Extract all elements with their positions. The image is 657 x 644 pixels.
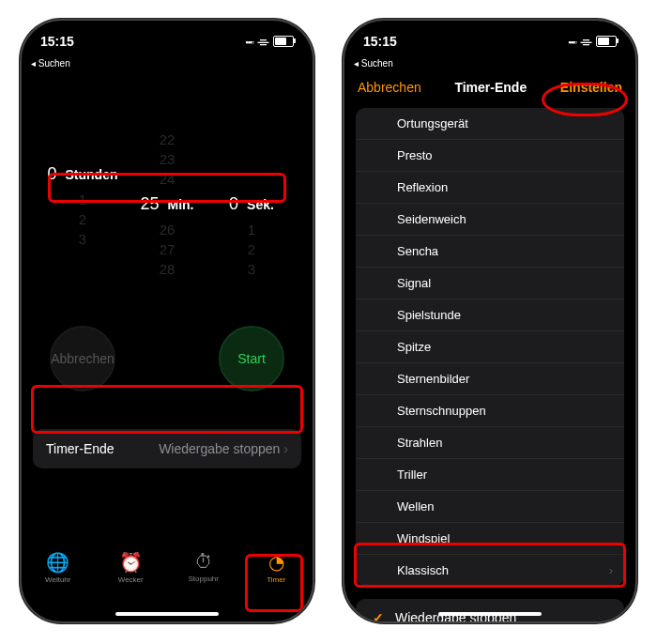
battery-icon — [596, 36, 617, 47]
timer-end-value: Wiedergabe stoppen› — [159, 441, 288, 456]
modal-title: Timer-Ende — [454, 80, 527, 95]
sound-row[interactable]: Triller — [356, 459, 624, 491]
breadcrumb[interactable]: Suchen — [22, 58, 313, 72]
hours-column[interactable]: 0 Stunden 123 — [40, 159, 125, 249]
tab-world-clock[interactable]: 🌐 Weltuhr — [30, 551, 86, 584]
wifi-icon — [580, 35, 592, 49]
tab-stopwatch[interactable]: ⏱ Stoppuhr — [176, 551, 232, 583]
sound-row[interactable]: Sternenbilder — [356, 363, 624, 395]
tab-timer[interactable]: ◔ Timer — [248, 551, 304, 584]
start-button[interactable]: Start — [219, 326, 284, 391]
sound-row[interactable]: Reflexion — [356, 172, 624, 204]
notch — [434, 21, 546, 45]
duration-picker[interactable]: 0 Stunden 123 22 23 24 25 Min. 26 27 28 … — [22, 119, 313, 288]
sound-row[interactable]: Spielstunde — [356, 299, 624, 331]
timer-buttons: Abbrechen Start — [22, 288, 313, 410]
sound-list[interactable]: OrtungsgerätPrestoReflexionSeidenweichSe… — [356, 108, 624, 586]
globe-icon: 🌐 — [30, 551, 86, 574]
tab-alarm[interactable]: ⏰ Wecker — [102, 551, 159, 584]
cellular-icon — [245, 36, 253, 47]
sound-row[interactable]: Sternschnuppen — [356, 395, 624, 427]
sound-row[interactable]: Wellen — [356, 491, 624, 523]
modal-navbar: Abbrechen Timer-Ende Einstellen — [344, 72, 635, 102]
timer-end-row[interactable]: Timer-Ende Wiedergabe stoppen› — [33, 429, 301, 468]
chevron-right-icon: › — [283, 441, 288, 456]
stop-playback-section: ✓ Wiedergabe stoppen — [356, 599, 624, 623]
breadcrumb[interactable]: Suchen — [344, 58, 635, 72]
phone-timer: 15:15 Suchen 0 Stunden 123 22 23 24 25 M… — [20, 19, 314, 623]
sound-row[interactable]: Strahlen — [356, 427, 624, 459]
cancel-button[interactable]: Abbrechen — [50, 326, 115, 391]
sound-row[interactable]: Signal — [356, 268, 624, 299]
notch — [111, 21, 223, 45]
checkmark-icon: ✓ — [373, 610, 384, 623]
cancel-button[interactable]: Abbrechen — [358, 80, 421, 95]
classic-row[interactable]: Klassisch› — [356, 555, 624, 586]
status-time: 15:15 — [363, 34, 397, 49]
seconds-column[interactable]: 0 Sek. 1 2 3 — [209, 130, 294, 279]
alarm-icon: ⏰ — [102, 551, 159, 574]
home-indicator[interactable] — [115, 612, 219, 616]
sound-row[interactable]: Seidenweich — [356, 204, 624, 236]
stopwatch-icon: ⏱ — [176, 551, 232, 573]
stop-playback-row[interactable]: ✓ Wiedergabe stoppen — [356, 599, 624, 623]
status-time: 15:15 — [40, 34, 74, 49]
minutes-column[interactable]: 22 23 24 25 Min. 26 27 28 — [125, 130, 209, 279]
phone-sound-picker: 15:15 Suchen Abbrechen Timer-Ende Einste… — [343, 19, 637, 623]
battery-icon — [273, 36, 294, 47]
wifi-icon — [257, 35, 269, 49]
status-icons — [245, 35, 294, 49]
home-indicator[interactable] — [438, 612, 542, 616]
sound-row[interactable]: Presto — [356, 140, 624, 172]
timer-end-label: Timer-Ende — [46, 441, 115, 456]
chevron-right-icon: › — [609, 564, 613, 577]
sound-row[interactable]: Ortungsgerät — [356, 108, 624, 140]
timer-icon: ◔ — [248, 551, 304, 574]
set-button[interactable]: Einstellen — [560, 80, 622, 95]
tab-bar: 🌐 Weltuhr ⏰ Wecker ⏱ Stoppuhr ◔ Timer — [22, 544, 313, 621]
cellular-icon — [568, 36, 576, 47]
sound-row[interactable]: Sencha — [356, 236, 624, 268]
sound-row[interactable]: Windspiel — [356, 523, 624, 555]
sound-row[interactable]: Spitze — [356, 331, 624, 363]
status-icons — [568, 35, 617, 49]
